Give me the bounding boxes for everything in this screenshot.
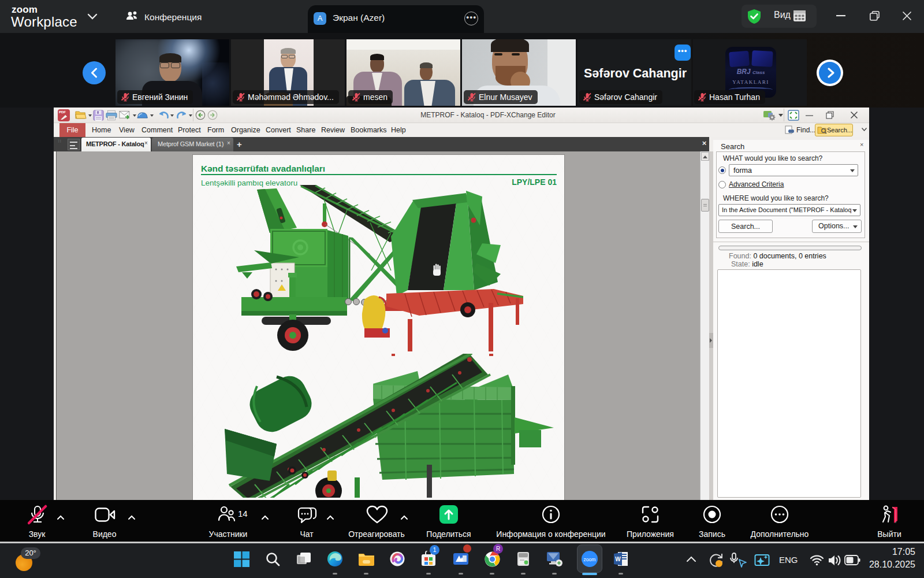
svg-text:zoom: zoom [584, 557, 596, 562]
svg-text:W: W [615, 556, 621, 562]
